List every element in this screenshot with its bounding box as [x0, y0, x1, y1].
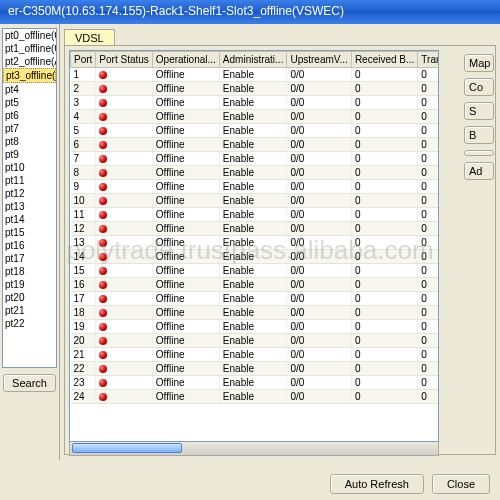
column-header[interactable]: Port: [71, 52, 96, 68]
tree-item[interactable]: pt2_offline(ASWVC): [3, 55, 56, 68]
table-row[interactable]: 8OfflineEnable0/000VBASEDEF: [71, 166, 440, 180]
table-row[interactable]: 4OfflineEnable0/000VBASEDEF: [71, 110, 440, 124]
tree-item[interactable]: pt1_offline(GCFD): [3, 42, 56, 55]
cell: [96, 82, 152, 96]
status-offline-icon: [99, 323, 107, 331]
tree-item[interactable]: pt12: [3, 187, 56, 200]
cell: 0/0: [287, 138, 351, 152]
port-grid[interactable]: PortPort StatusOperational...Administrat…: [69, 50, 439, 442]
cell: Enable: [219, 152, 287, 166]
status-offline-icon: [99, 379, 107, 387]
side-action-button[interactable]: [464, 150, 494, 156]
tree-item[interactable]: pt22: [3, 317, 56, 330]
cell: 19: [71, 320, 96, 334]
table-row[interactable]: 18OfflineEnable0/000VBASEDEF: [71, 306, 440, 320]
tree-item[interactable]: pt9: [3, 148, 56, 161]
table-row[interactable]: 10OfflineEnable0/000VBASEDEF: [71, 194, 440, 208]
cell: 17: [71, 292, 96, 306]
table-row[interactable]: 16OfflineEnable0/000VBASEDEF: [71, 278, 440, 292]
column-header[interactable]: Port Status: [96, 52, 152, 68]
table-row[interactable]: 13OfflineEnable0/000VBASEDEF: [71, 236, 440, 250]
tree-item[interactable]: pt16: [3, 239, 56, 252]
cell: 0: [418, 194, 439, 208]
table-row[interactable]: 17OfflineEnable0/000VBASEDEF: [71, 292, 440, 306]
cell: 0: [418, 278, 439, 292]
grid-horizontal-scrollbar[interactable]: [69, 442, 439, 456]
tree-item[interactable]: pt13: [3, 200, 56, 213]
auto-refresh-button[interactable]: Auto Refresh: [330, 474, 424, 494]
tree-item[interactable]: pt18: [3, 265, 56, 278]
column-header[interactable]: Transmitted...: [418, 52, 439, 68]
column-header[interactable]: Operational...: [152, 52, 219, 68]
cell: 0/0: [287, 320, 351, 334]
cell: 9: [71, 180, 96, 194]
tree-item[interactable]: pt6: [3, 109, 56, 122]
table-row[interactable]: 11OfflineEnable0/000VBASEDEF: [71, 208, 440, 222]
table-row[interactable]: 22OfflineEnable0/000VBASEDEF: [71, 362, 440, 376]
table-row[interactable]: 1OfflineEnable0/000VBASEDEF: [71, 68, 440, 82]
cell: [96, 292, 152, 306]
sidebar: pt0_offline(GPUCA)pt1_offline(GCFD)pt2_o…: [0, 24, 60, 460]
table-row[interactable]: 12OfflineEnable0/000VBASEDEF: [71, 222, 440, 236]
table-row[interactable]: 5OfflineEnable0/000VBASEDEF: [71, 124, 440, 138]
tree-item[interactable]: pt17: [3, 252, 56, 265]
tree-item[interactable]: pt3_offline(VSWEC): [3, 68, 56, 83]
table-row[interactable]: 3OfflineEnable0/000VBASEDEF: [71, 96, 440, 110]
status-offline-icon: [99, 309, 107, 317]
tree-item[interactable]: pt15: [3, 226, 56, 239]
cell: 2: [71, 82, 96, 96]
status-offline-icon: [99, 239, 107, 247]
content-panel: VDSL PortPort StatusOperational...Admini…: [60, 24, 500, 460]
table-row[interactable]: 19OfflineEnable0/000VBASEDEF: [71, 320, 440, 334]
status-offline-icon: [99, 211, 107, 219]
window-title: er-C350M(10.63.174.155)-Rack1-Shelf1-Slo…: [8, 4, 344, 18]
cell: 0: [351, 110, 417, 124]
side-action-button[interactable]: S: [464, 102, 494, 120]
column-header[interactable]: UpstreamV...: [287, 52, 351, 68]
status-offline-icon: [99, 225, 107, 233]
status-offline-icon: [99, 127, 107, 135]
table-row[interactable]: 2OfflineEnable0/000VBASEDEF: [71, 82, 440, 96]
cell: Offline: [152, 82, 219, 96]
side-action-button[interactable]: Ad: [464, 162, 494, 180]
side-action-button[interactable]: Co: [464, 78, 494, 96]
tree-item[interactable]: pt14: [3, 213, 56, 226]
cell: [96, 390, 152, 404]
cell: 0: [351, 166, 417, 180]
table-row[interactable]: 9OfflineEnable0/000VBASEDEF: [71, 180, 440, 194]
tree-item[interactable]: pt8: [3, 135, 56, 148]
cell: 0: [351, 264, 417, 278]
cell: Enable: [219, 82, 287, 96]
table-row[interactable]: 14OfflineEnable0/000VBASEDEF: [71, 250, 440, 264]
tree-item[interactable]: pt0_offline(GPUCA): [3, 29, 56, 42]
column-header[interactable]: Received B...: [351, 52, 417, 68]
cell: [96, 96, 152, 110]
cell: 0: [418, 348, 439, 362]
tree-item[interactable]: pt5: [3, 96, 56, 109]
cell: 0/0: [287, 110, 351, 124]
side-action-button[interactable]: Map: [464, 54, 494, 72]
table-row[interactable]: 6OfflineEnable0/000VBASEDEF: [71, 138, 440, 152]
table-row[interactable]: 21OfflineEnable0/000VBASEDEF: [71, 348, 440, 362]
tree-item[interactable]: pt19: [3, 278, 56, 291]
tree-item[interactable]: pt7: [3, 122, 56, 135]
tree-view[interactable]: pt0_offline(GPUCA)pt1_offline(GCFD)pt2_o…: [2, 28, 57, 368]
close-button[interactable]: Close: [432, 474, 490, 494]
table-row[interactable]: 15OfflineEnable0/000VBASEDEF: [71, 264, 440, 278]
cell: 0: [418, 320, 439, 334]
tree-item[interactable]: pt4: [3, 83, 56, 96]
tree-item[interactable]: pt20: [3, 291, 56, 304]
cell: 0: [418, 82, 439, 96]
tree-item[interactable]: pt11: [3, 174, 56, 187]
cell: 0: [418, 208, 439, 222]
tree-item[interactable]: pt21: [3, 304, 56, 317]
table-row[interactable]: 7OfflineEnable0/000VBASEDEF: [71, 152, 440, 166]
tab-vdsl[interactable]: VDSL: [64, 29, 115, 46]
search-button[interactable]: Search: [3, 374, 56, 392]
tree-item[interactable]: pt10: [3, 161, 56, 174]
side-action-button[interactable]: B: [464, 126, 494, 144]
table-row[interactable]: 23OfflineEnable0/000VBASEDEF: [71, 376, 440, 390]
table-row[interactable]: 20OfflineEnable0/000VBASEDEF: [71, 334, 440, 348]
table-row[interactable]: 24OfflineEnable0/000VBASEDEF: [71, 390, 440, 404]
column-header[interactable]: Administrati...: [219, 52, 287, 68]
